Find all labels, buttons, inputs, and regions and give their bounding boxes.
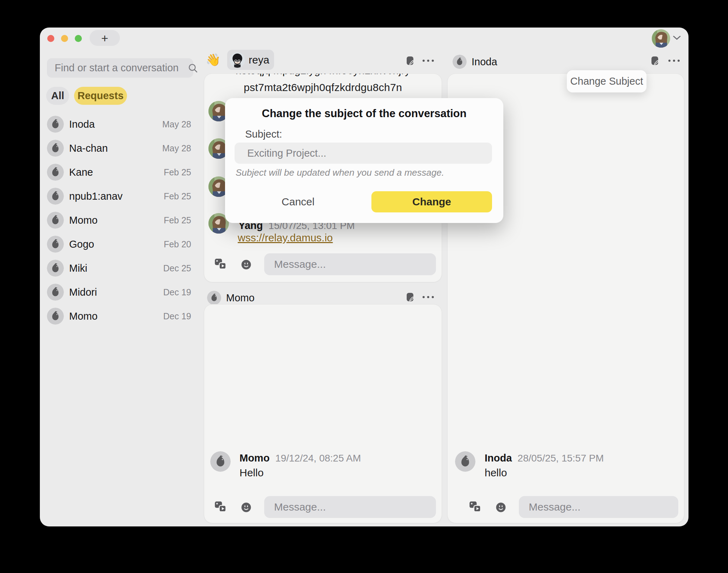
wave-emoji: 👋: [206, 53, 220, 67]
conversation-name: Gogo: [69, 239, 94, 250]
user-avatar-image: [652, 29, 670, 48]
conversation-name: Midori: [69, 286, 97, 298]
message-input[interactable]: [264, 501, 436, 513]
pubkey-line: pst7mta2t6wpjh0qfzkdrdgu8ch7n: [204, 82, 442, 94]
close-window-button[interactable]: [47, 35, 54, 42]
subject-hint: Subject will be updated when you send a …: [236, 167, 444, 178]
more-options-icon[interactable]: [423, 56, 434, 66]
message-timestamp: 28/05/25, 15:57 PM: [517, 453, 603, 464]
conversation-date: Dec 19: [163, 311, 191, 321]
conversation-row[interactable]: Midori Dec 19: [47, 280, 193, 304]
default-avatar-icon: [210, 451, 231, 472]
minimize-window-button[interactable]: [61, 35, 68, 42]
conversation-name: Kane: [69, 167, 93, 178]
conversation-row[interactable]: Inoda May 28: [47, 112, 193, 136]
default-avatar-icon: [47, 140, 64, 157]
account-avatar[interactable]: [652, 29, 670, 48]
default-avatar-icon: [47, 236, 64, 253]
message-timestamp: 19/12/24, 08:25 AM: [275, 453, 361, 464]
sender-name: Inoda: [485, 452, 512, 464]
conversation-name: Momo: [69, 310, 98, 322]
chat-panel-momo: Momo 19/12/24, 08:25 AM Hello: [204, 304, 442, 523]
conversation-row[interactable]: Momo Feb 25: [47, 208, 193, 232]
conversation-date: Dec 25: [163, 263, 191, 273]
message-text: Hello: [239, 467, 263, 479]
conversation-date: Feb 25: [164, 167, 191, 177]
conversation-date: Feb 25: [164, 215, 191, 225]
default-avatar-icon: [47, 284, 64, 301]
sender-name: Momo: [239, 452, 269, 464]
message-input-reya[interactable]: [264, 253, 436, 275]
attach-media-icon[interactable]: [469, 501, 482, 513]
chevron-down-icon[interactable]: [673, 35, 681, 40]
app-window: + All Requests Inoda May 28 Na-chan: [40, 28, 688, 526]
default-avatar-icon: [47, 212, 64, 229]
conversation-row[interactable]: npub1:anav Feb 25: [47, 184, 193, 208]
conversation-date: Feb 25: [164, 191, 191, 201]
filter-requests[interactable]: Requests: [74, 87, 127, 105]
cancel-button[interactable]: Cancel: [235, 191, 362, 212]
message-input[interactable]: [264, 258, 436, 270]
relay-link[interactable]: wss://relay.damus.io: [238, 232, 333, 244]
change-subject-tooltip: Change Subject: [567, 70, 647, 92]
conversation-row[interactable]: Gogo Feb 20: [47, 232, 193, 256]
emoji-icon[interactable]: [241, 259, 251, 270]
conversation-name: Na-chan: [69, 143, 108, 154]
default-avatar-icon: [47, 188, 64, 205]
pubkey-line-clipped: k3t0qjq4npdg2lygh4hf06yh2xhvvhjry: [204, 73, 442, 77]
message-text: hello: [485, 467, 507, 479]
default-avatar-icon: [47, 260, 64, 277]
conversation-name: Inoda: [69, 119, 95, 130]
dialog-title: Change the subject of the conversation: [225, 107, 503, 120]
filter-all[interactable]: All: [46, 87, 69, 105]
conversation-row[interactable]: Miki Dec 25: [47, 256, 193, 280]
message-input-inoda[interactable]: [519, 496, 678, 518]
change-subject-icon[interactable]: [650, 56, 660, 66]
emoji-icon[interactable]: [241, 502, 251, 513]
reya-avatar: [230, 52, 245, 68]
chat-header-reya[interactable]: reya: [227, 50, 274, 70]
default-avatar-icon: [47, 116, 64, 133]
chat-title: reya: [249, 54, 269, 66]
conversation-date: Feb 20: [164, 239, 191, 249]
subject-input[interactable]: [235, 143, 492, 164]
conversation-list: Inoda May 28 Na-chan May 28 Kane Feb 25 …: [47, 112, 193, 328]
default-avatar-icon: [455, 451, 475, 472]
conversation-row[interactable]: Kane Feb 25: [47, 160, 193, 184]
change-button[interactable]: Change: [371, 191, 492, 212]
message-meta: Momo 19/12/24, 08:25 AM: [239, 452, 361, 464]
emoji-icon[interactable]: [496, 502, 506, 513]
conversation-search[interactable]: [47, 58, 193, 78]
attach-media-icon[interactable]: [214, 258, 228, 271]
conversation-name: Momo: [69, 215, 98, 226]
subject-field-label: Subject:: [245, 128, 282, 140]
change-subject-dialog: Change the subject of the conversation S…: [225, 98, 503, 223]
conversation-date: May 28: [162, 143, 191, 153]
conversation-date: May 28: [162, 119, 191, 129]
chat-title-momo: Momo: [226, 292, 255, 304]
chat-title-inoda: Inoda: [472, 56, 497, 68]
change-subject-icon[interactable]: [406, 56, 415, 66]
new-chat-button[interactable]: +: [90, 30, 120, 46]
message-input-momo[interactable]: [264, 496, 436, 518]
message-meta: Inoda 28/05/25, 15:57 PM: [485, 452, 604, 464]
attach-media-icon[interactable]: [214, 501, 228, 513]
default-avatar-icon: [207, 291, 221, 305]
conversation-name: npub1:anav: [69, 191, 123, 202]
more-options-icon[interactable]: [668, 56, 680, 66]
message-input[interactable]: [519, 501, 678, 513]
default-avatar-icon: [453, 55, 467, 69]
conversation-name: Miki: [69, 263, 87, 274]
zoom-window-button[interactable]: [75, 35, 82, 42]
plus-icon: +: [101, 32, 108, 44]
conversation-date: Dec 19: [163, 287, 191, 297]
change-subject-icon[interactable]: [406, 292, 415, 302]
conversation-row[interactable]: Momo Dec 19: [47, 304, 193, 328]
default-avatar-icon: [47, 308, 64, 325]
conversation-row[interactable]: Na-chan May 28: [47, 136, 193, 160]
more-options-icon[interactable]: [423, 292, 434, 302]
search-icon: [188, 63, 198, 73]
search-input[interactable]: [47, 62, 188, 74]
default-avatar-icon: [47, 164, 64, 181]
